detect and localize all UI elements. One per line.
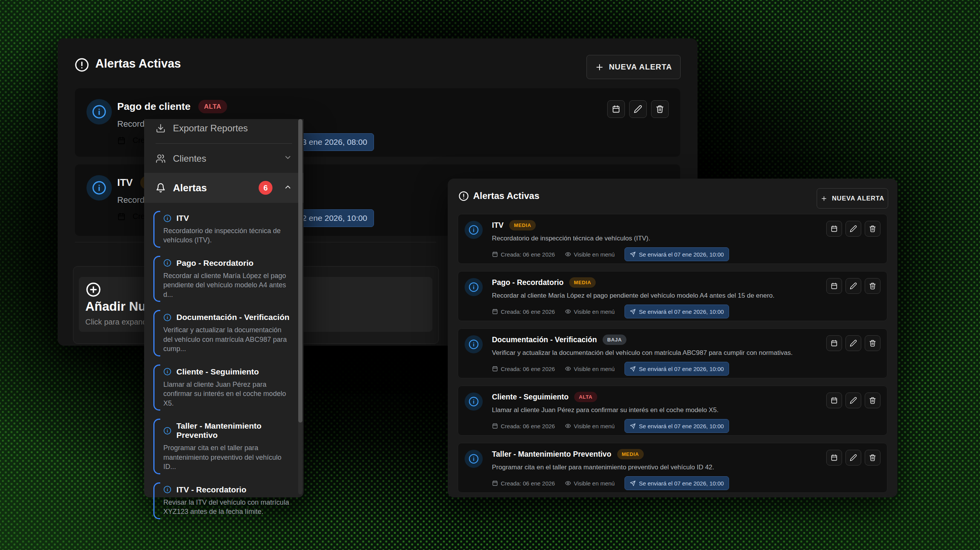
menu-item-exportar-reportes[interactable]: Exportar Reportes [144,119,304,139]
alert-card: Cliente - Seguimiento ALTA Llamar al cli… [458,386,887,436]
priority-badge: BAJA [603,335,626,345]
send-schedule-badge: Se enviará el 07 ene 2026, 10:00 [625,247,729,261]
send-icon [630,309,636,315]
alert-description: Recordatorio de inspección técnica de ve… [492,235,650,242]
schedule-button[interactable] [826,450,842,466]
alert-circle-icon [75,58,89,72]
alert-card: ITV MEDIA Recordatorio de inspección téc… [458,214,887,264]
plus-icon [595,63,604,72]
eye-icon [565,308,571,315]
delete-button[interactable] [865,221,880,237]
add-card-subtitle: Click para expandir [85,318,151,326]
blue-bracket [153,310,160,356]
menu-item-alertas-active[interactable]: Alertas 6 [144,173,304,203]
info-icon [163,214,171,222]
trash-icon [869,454,876,461]
send-schedule-badge: Se enviará el 07 ene 2026, 10:00 [625,419,729,433]
created-date: Creada: 06 ene 2026 [492,308,555,315]
alert-title: Documentación - Verificación [492,335,597,344]
info-icon [163,259,171,267]
delete-button[interactable] [865,335,880,351]
eye-icon [565,366,571,372]
info-icon [465,335,483,353]
delete-button[interactable] [651,100,669,118]
blue-bracket [153,211,160,248]
page-title: Alertas Activas [95,57,181,71]
new-alert-button[interactable]: NUEVA ALERTA [817,188,888,209]
calendar-icon [492,251,498,257]
menu-item-clientes[interactable]: Clientes [144,148,304,169]
info-icon [465,393,483,411]
blue-bracket [153,364,160,411]
scrollbar-thumb[interactable] [298,119,302,422]
eye-icon [565,423,571,429]
pencil-icon [850,397,857,404]
edit-button[interactable] [845,335,861,351]
new-alert-button[interactable]: NUEVA ALERTA [586,55,681,79]
send-icon [630,480,636,486]
list-item[interactable]: Documentación - Verificación Verificar y… [153,311,290,355]
info-icon [163,485,171,494]
send-icon [630,252,636,257]
download-icon [156,123,166,133]
priority-badge: ALTA [574,392,597,402]
alerts-panel-front: Alertas Activas NUEVA ALERTA ITV MEDIA R… [448,179,897,497]
pencil-icon [634,105,642,113]
list-item[interactable]: ITV - Recordatorio Revisar la ITV del ve… [153,484,290,518]
alert-card: Taller - Mantenimiento Preventivo MEDIA … [458,443,887,493]
info-icon [465,278,483,296]
list-item[interactable]: Cliente - Seguimiento Llamar al cliente … [153,366,290,409]
alert-description: Verificar y actualizar la documentación … [492,349,792,357]
edit-button[interactable] [845,221,861,237]
send-schedule-badge: Se enviará el 07 ene 2026, 10:00 [625,362,729,376]
schedule-button[interactable] [826,278,842,294]
delete-button[interactable] [865,450,880,466]
calendar-icon [612,105,620,113]
calendar-icon [492,423,498,429]
info-icon [465,221,483,239]
edit-button[interactable] [845,450,861,466]
alert-card: Documentación - Verificación BAJA Verifi… [458,328,887,378]
alert-title: Taller - Mantenimiento Preventivo [492,450,611,459]
visibility-status: Visible en menú [565,423,615,429]
alert-count-badge: 6 [259,181,272,195]
pencil-icon [850,340,857,347]
schedule-button[interactable] [826,221,842,237]
list-item[interactable]: ITV Recordatorio de inspección técnica d… [153,212,290,247]
visibility-status: Visible en menú [565,251,615,258]
info-icon [163,313,171,321]
sidebar-alert-list: ITV Recordatorio de inspección técnica d… [144,203,304,540]
edit-button[interactable] [629,100,647,118]
pencil-icon [850,282,857,290]
info-icon [86,175,112,200]
calendar-icon [831,225,838,232]
schedule-button[interactable] [826,335,842,351]
schedule-button[interactable] [607,100,625,118]
panel-header: Alertas Activas NUEVA ALERTA [448,179,897,214]
schedule-button[interactable] [826,393,842,408]
list-item[interactable]: Taller - Mantenimiento Preventivo Progra… [153,420,290,473]
trash-icon [869,397,876,404]
eye-icon [565,251,571,257]
calendar-icon [831,282,838,290]
edit-button[interactable] [845,393,861,408]
calendar-icon [117,136,126,145]
alert-title: ITV [492,221,503,230]
eye-icon [565,480,571,486]
delete-button[interactable] [865,278,880,294]
calendar-icon [117,212,126,221]
edit-button[interactable] [845,278,861,294]
alert-description: Llamar al cliente Juan Pérez para confir… [492,406,719,414]
list-item[interactable]: Pago - Recordatorio Recordar al cliente … [153,257,290,301]
alert-description: Recordar al cliente María López el pago … [492,292,774,300]
bell-icon [156,183,166,193]
priority-badge: MEDIA [617,449,644,459]
priority-badge: ALTA [198,100,227,113]
calendar-icon [492,308,498,315]
calendar-icon [831,454,838,461]
delete-button[interactable] [865,393,880,408]
chevron-up-icon [284,182,292,194]
trash-icon [869,225,876,232]
users-icon [156,154,166,164]
blue-bracket [153,482,160,519]
